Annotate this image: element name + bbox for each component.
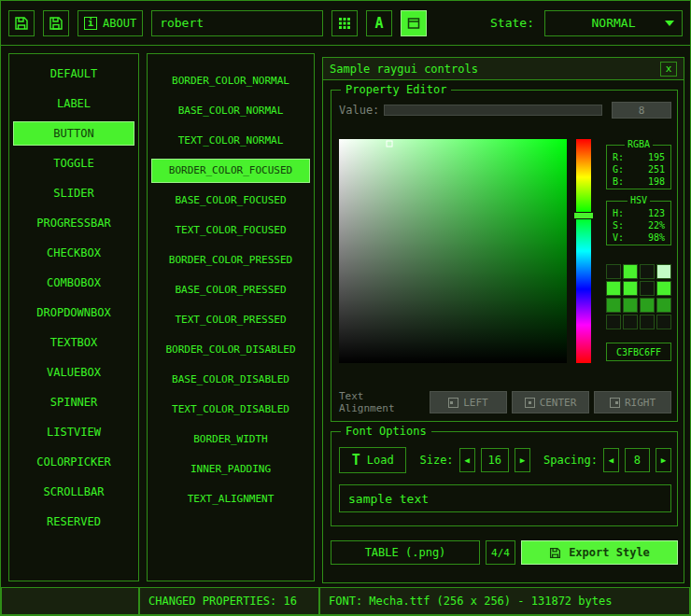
align-center-icon xyxy=(525,398,535,408)
font-load-button[interactable]: T Load xyxy=(339,447,406,473)
hue-slider[interactable] xyxy=(576,139,591,363)
list-item-border-color-disabled[interactable]: BORDER_COLOR_DISABLED xyxy=(151,338,310,362)
list-item-colorpicker[interactable]: COLORPICKER xyxy=(13,450,134,474)
palette-color-cell[interactable] xyxy=(606,298,621,313)
list-item-button[interactable]: BUTTON xyxy=(13,121,134,146)
list-item-spinner[interactable]: SPINNER xyxy=(13,390,134,414)
v-label: V: xyxy=(613,231,624,244)
b-value: 198 xyxy=(648,175,665,188)
style-name-input[interactable] xyxy=(151,10,323,36)
hex-color-input[interactable]: C3FBC6FF xyxy=(606,343,671,361)
v-value: 98% xyxy=(648,231,665,244)
style-table-view-button[interactable] xyxy=(401,10,427,36)
status-font-info: FONT: Mecha.ttf (256 x 256) - 131872 byt… xyxy=(319,587,690,615)
list-item-base-color-disabled[interactable]: BASE_COLOR_DISABLED xyxy=(151,368,310,392)
about-button[interactable]: i ABOUT xyxy=(78,10,143,36)
list-item-text-color-focused[interactable]: TEXT_COLOR_FOCUSED xyxy=(151,218,310,243)
align-left-button[interactable]: LEFT xyxy=(430,391,507,413)
palette-color-cell[interactable] xyxy=(640,298,655,313)
properties-listview: BORDER_COLOR_NORMALBASE_COLOR_NORMALTEXT… xyxy=(147,53,315,581)
list-item-textbox[interactable]: TEXTBOX xyxy=(13,330,134,355)
palette-color-cell[interactable] xyxy=(606,264,621,279)
list-item-valuebox[interactable]: VALUEBOX xyxy=(13,360,134,385)
close-button[interactable]: x xyxy=(660,62,677,77)
list-item-scrollbar[interactable]: SCROLLBAR xyxy=(13,480,134,504)
window-titlebar[interactable]: Sample raygui controls x xyxy=(323,58,684,80)
value-box[interactable]: 8 xyxy=(612,102,671,119)
palette-color-cell[interactable] xyxy=(656,298,671,313)
h-value: 123 xyxy=(648,207,665,219)
load-style-button[interactable] xyxy=(8,10,35,36)
spacing-increase-button[interactable]: ▶ xyxy=(656,448,671,472)
hsv-row-s: S: 22% xyxy=(607,219,670,231)
list-item-default[interactable]: DEFAULT xyxy=(13,62,134,86)
save-style-button[interactable] xyxy=(43,10,69,36)
palette-color-cell[interactable] xyxy=(606,315,621,329)
palette-color-cell[interactable] xyxy=(606,281,621,296)
spacing-value-box[interactable]: 8 xyxy=(625,448,650,472)
list-item-label[interactable]: LABEL xyxy=(13,91,134,116)
page-indicator[interactable]: 4/4 xyxy=(486,540,515,565)
value-box-text: 8 xyxy=(639,105,645,117)
palette-color-cell[interactable] xyxy=(640,264,655,279)
palette-color-cell[interactable] xyxy=(656,264,671,279)
list-item-dropdownbox[interactable]: DROPDOWNBOX xyxy=(13,301,134,325)
rguistyler-window: i ABOUT A State: NORMAL DEFAULTLABELBUTT… xyxy=(0,0,691,616)
palette-color-cell[interactable] xyxy=(623,281,638,296)
export-style-label: Export Style xyxy=(569,546,650,559)
hsv-row-v: V: 98% xyxy=(607,231,670,244)
list-item-base-color-normal[interactable]: BASE_COLOR_NORMAL xyxy=(151,99,310,123)
list-item-combobox[interactable]: COMBOBOX xyxy=(13,271,134,295)
palette-color-cell[interactable] xyxy=(623,264,638,279)
palette-color-cell[interactable] xyxy=(656,315,671,329)
controls-view-button[interactable] xyxy=(331,10,358,36)
size-value-box[interactable]: 16 xyxy=(481,448,509,472)
info-icon: i xyxy=(84,17,97,30)
hue-slider-handle[interactable] xyxy=(573,212,594,219)
state-dropdown[interactable]: NORMAL xyxy=(544,10,683,36)
sample-text-input[interactable]: sample text xyxy=(339,484,671,512)
hsv-group: HSV H: 123 S: 22% V: 98% xyxy=(606,201,671,245)
value-label: Value: xyxy=(339,104,384,117)
color-picker-panel[interactable] xyxy=(339,139,567,363)
size-decrease-button[interactable]: ◀ xyxy=(459,448,475,472)
export-style-button[interactable]: Export Style xyxy=(521,540,678,565)
value-slider[interactable] xyxy=(384,105,602,116)
palette-color-cell[interactable] xyxy=(623,298,638,313)
list-item-progressbar[interactable]: PROGRESSBAR xyxy=(13,211,134,235)
size-increase-button[interactable]: ▶ xyxy=(515,448,530,472)
palette-color-cell[interactable] xyxy=(640,315,655,329)
list-item-border-color-pressed[interactable]: BORDER_COLOR_PRESSED xyxy=(151,248,310,273)
list-item-inner-padding[interactable]: INNER_PADDING xyxy=(151,457,310,482)
list-item-base-color-pressed[interactable]: BASE_COLOR_PRESSED xyxy=(151,278,310,302)
list-item-toggle[interactable]: TOGGLE xyxy=(13,151,134,175)
palette-color-cell[interactable] xyxy=(623,315,638,329)
palette-color-cell[interactable] xyxy=(640,281,655,296)
chevron-left-icon: ◀ xyxy=(464,455,469,465)
text-alignment-label: Text Alignment xyxy=(339,390,425,414)
hex-color-value: C3FBC6FF xyxy=(616,347,661,357)
font-view-button[interactable]: A xyxy=(366,10,392,36)
list-item-listview[interactable]: LISTVIEW xyxy=(13,420,134,444)
list-item-slider[interactable]: SLIDER xyxy=(13,181,134,205)
list-item-text-alignment[interactable]: TEXT_ALIGNMENT xyxy=(151,487,310,511)
list-item-border-color-focused[interactable]: BORDER_COLOR_FOCUSED xyxy=(151,159,310,183)
align-left-icon xyxy=(448,398,458,408)
list-item-text-color-pressed[interactable]: TEXT_COLOR_PRESSED xyxy=(151,308,310,332)
list-item-border-color-normal[interactable]: BORDER_COLOR_NORMAL xyxy=(151,69,310,93)
changed-properties-text: CHANGED PROPERTIES: 16 xyxy=(148,595,297,608)
list-item-text-color-disabled[interactable]: TEXT_COLOR_DISABLED xyxy=(151,398,310,422)
palette-color-cell[interactable] xyxy=(656,281,671,296)
spacing-decrease-button[interactable]: ◀ xyxy=(603,448,619,472)
list-item-text-color-normal[interactable]: TEXT_COLOR_NORMAL xyxy=(151,129,310,153)
export-format-button[interactable]: TABLE (.png) xyxy=(331,540,480,565)
rgba-row-g: G: 251 xyxy=(607,163,670,175)
align-center-button[interactable]: CENTER xyxy=(512,391,589,413)
color-picker-cursor[interactable] xyxy=(386,140,392,147)
align-right-button[interactable]: RIGHT xyxy=(594,391,671,413)
r-label: R: xyxy=(613,151,624,163)
list-item-base-color-focused[interactable]: BASE_COLOR_FOCUSED xyxy=(151,189,310,213)
list-item-reserved[interactable]: RESERVED xyxy=(13,510,134,534)
list-item-checkbox[interactable]: CHECKBOX xyxy=(13,241,134,265)
list-item-border-width[interactable]: BORDER_WIDTH xyxy=(151,427,310,452)
